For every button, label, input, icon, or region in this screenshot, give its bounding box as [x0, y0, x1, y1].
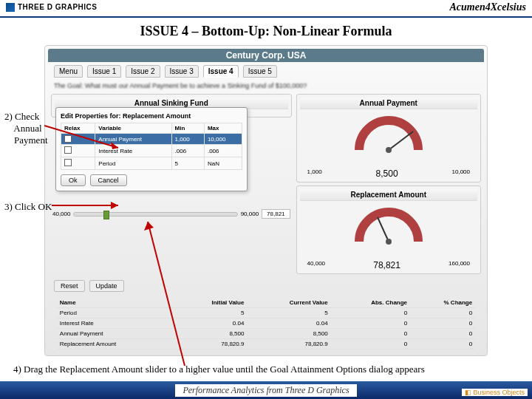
- gauge2-value: 78,821: [373, 260, 400, 270]
- slider-min: 40,000: [52, 211, 70, 217]
- arrow-step-2: [44, 118, 126, 155]
- slider-value: 78,821: [262, 209, 290, 219]
- col-min: Min: [171, 123, 204, 134]
- gauge1-value: 8,500: [376, 168, 398, 179]
- row-period[interactable]: Period 5 NaN: [61, 157, 242, 170]
- summary-header: Name Initial Value Current Value Abs. Ch…: [57, 298, 475, 308]
- cell-max: 10,000: [204, 134, 242, 145]
- tab-issue-4[interactable]: Issue 4: [203, 65, 239, 78]
- footer-bar: Performance Analytics from Three D Graph…: [0, 381, 532, 399]
- tab-bar: Menu Issue 1 Issue 2 Issue 3 Issue 4 Iss…: [48, 62, 484, 81]
- slide-title: ISSUE 4 – Bottom-Up: Non-Linear Formula: [0, 18, 532, 45]
- svg-line-0: [389, 132, 413, 150]
- col-abs: Abs. Change: [331, 298, 410, 308]
- tab-issue-5[interactable]: Issue 5: [243, 65, 277, 78]
- tab-issue-2[interactable]: Issue 2: [126, 65, 160, 78]
- replacement-slider[interactable]: [73, 212, 237, 216]
- table-row: Replacement Amount78,820.978,820.900: [57, 339, 475, 349]
- cancel-button[interactable]: Cancel: [90, 174, 127, 186]
- table-row: Period5500: [57, 308, 475, 318]
- svg-marker-9: [144, 222, 154, 231]
- goal-text: The Goal: What must our Annual Payment b…: [48, 81, 484, 91]
- table-row: Interest Rate0.040.0400: [57, 318, 475, 329]
- bo-icon: ◧: [465, 389, 471, 396]
- slider-thumb-icon[interactable]: [103, 211, 109, 219]
- gauge2-title: Replacement Amount: [300, 189, 477, 201]
- annotation-step-2: 2) Check Annual Payment: [4, 111, 48, 146]
- cell-min: 5: [171, 157, 204, 170]
- arrow-step-3: [52, 200, 126, 211]
- bottom-button-row: Reset Update: [48, 277, 484, 295]
- menu-button[interactable]: Menu: [54, 65, 83, 78]
- footer-text: Performance Analytics from Three D Graph…: [175, 384, 356, 397]
- annotation-step-3: 3) Click OK: [4, 201, 52, 213]
- replacement-amount-gauge-panel: Replacement Amount 40,00078,821160,000: [296, 185, 481, 274]
- svg-line-8: [148, 222, 185, 366]
- annual-payment-gauge-panel: Annual Payment 1,0008,50010,000: [296, 94, 481, 183]
- gauge1-title: Annual Payment: [300, 98, 477, 109]
- cell-min: .006: [171, 145, 204, 157]
- col-current: Current Value: [247, 298, 330, 308]
- svg-marker-7: [111, 202, 118, 209]
- annual-payment-gauge: [300, 109, 477, 168]
- update-button[interactable]: Update: [89, 280, 124, 292]
- tab-issue-1[interactable]: Issue 1: [87, 65, 121, 78]
- summary-table: Name Initial Value Current Value Abs. Ch…: [57, 298, 475, 349]
- app-titlebar: Century Corp. USA: [48, 49, 484, 62]
- cell-min: 1,000: [171, 134, 204, 145]
- svg-line-2: [378, 217, 389, 242]
- relax-checkbox[interactable]: [61, 157, 95, 170]
- cube-icon: [6, 3, 15, 12]
- cell-max: NaN: [204, 157, 242, 170]
- right-column: Annual Payment 1,0008,50010,000 Replacem…: [296, 94, 481, 274]
- col-pct: % Change: [410, 298, 475, 308]
- gauge1-max: 10,000: [452, 168, 470, 179]
- ok-button[interactable]: Ok: [61, 174, 86, 186]
- gauge2-min: 40,000: [307, 260, 325, 270]
- gauge1-min: 1,000: [307, 168, 322, 179]
- business-objects-logo: ◧ Business Objects: [462, 389, 528, 396]
- arrow-step-4: [140, 222, 229, 369]
- tab-issue-3[interactable]: Issue 3: [165, 65, 199, 78]
- replacement-amount-gauge: [300, 201, 477, 260]
- page-header: THREE D GRAPHICS Acumen4Xcelsius: [0, 0, 532, 15]
- svg-line-4: [44, 126, 118, 148]
- col-max: Max: [204, 123, 242, 134]
- dialog-button-row: Ok Cancel: [61, 174, 242, 186]
- reset-button[interactable]: Reset: [54, 280, 85, 292]
- check-icon: [64, 159, 72, 166]
- table-row: Annual Payment8,5008,50000: [57, 329, 475, 339]
- cell-max: .006: [204, 145, 242, 157]
- left-logo: THREE D GRAPHICS: [6, 3, 97, 12]
- svg-point-1: [386, 147, 392, 153]
- annotation-step-4: 4) Drag the Replacement Amount slider to…: [13, 364, 425, 375]
- right-product-name: Acumen4Xcelsius: [450, 1, 526, 13]
- cell-var: Period: [95, 157, 171, 170]
- gauge2-max: 160,000: [449, 260, 470, 270]
- svg-point-3: [386, 239, 392, 245]
- slider-mid: 90,000: [241, 211, 259, 217]
